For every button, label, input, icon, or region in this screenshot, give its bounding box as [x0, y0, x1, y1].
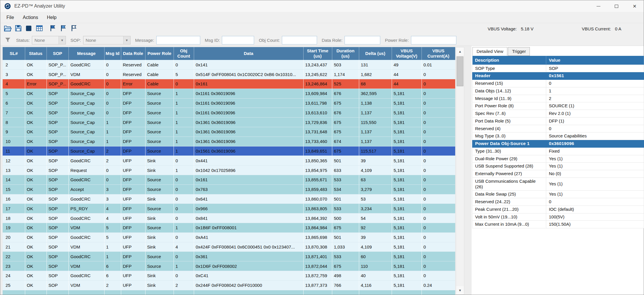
column-header[interactable]: Duration (us) [332, 47, 359, 60]
column-header[interactable]: VBUS Current(A) [422, 47, 455, 60]
packet-cell: 5,181 [392, 175, 422, 185]
column-header[interactable]: Start Time (us) [303, 47, 332, 60]
packet-cell: 22 [3, 252, 25, 261]
open-file-button[interactable] [3, 24, 13, 34]
packet-cell: 4,116 [359, 280, 392, 290]
close-button[interactable]: ✕ [626, 0, 644, 12]
packet-cell: 0 [174, 271, 194, 281]
menu-help[interactable]: Help [42, 12, 61, 23]
packet-cell: 0 [422, 146, 455, 156]
packet-row[interactable]: 15OKSOPAccept3DFPSource00x76313,859,4835… [3, 184, 455, 194]
column-header[interactable]: SOP [47, 47, 68, 60]
packet-row[interactable]: 20OKSOPGoodCRC5UFPSink00xA4113,865,69850… [3, 232, 455, 242]
flag-button-2[interactable] [58, 24, 68, 34]
packet-cell: 0x1361 0x36019096 [194, 118, 303, 127]
obj-count-filter-input[interactable] [282, 36, 317, 44]
minimize-button[interactable] [589, 0, 607, 12]
data-role-filter-input[interactable] [345, 36, 380, 44]
menu-actions[interactable]: Actions [18, 12, 42, 23]
column-header[interactable]: Msg Id [104, 47, 121, 60]
packet-row[interactable]: 7OKSOPSource_Cap0DFPSource10x1161 0x3601… [3, 108, 455, 118]
open-folder-icon [4, 24, 12, 34]
packet-cell: Source [145, 184, 174, 194]
tab-trigger[interactable]: Trigger [508, 47, 530, 56]
export-grid-button[interactable] [34, 24, 44, 34]
packet-cell: SOP [47, 98, 68, 108]
packet-row[interactable]: 24OKSOPGoodCRC6UFPSink00xC4113,872,75949… [3, 271, 455, 281]
column-header[interactable]: Obj Count [174, 47, 194, 60]
msg-id-filter-input[interactable] [222, 36, 254, 44]
sop-filter-dropdown[interactable]: None ▾ [83, 36, 131, 44]
flag-button-1[interactable] [48, 24, 58, 34]
packet-cell: 5,181 [392, 261, 422, 271]
packet-row[interactable]: 8OKSOPSource_Cap1DFPSource10x1361 0x3601… [3, 118, 455, 127]
packet-row[interactable]: 19OKSOPVDM5DFPSource10x1B6F 0xFF00800113… [3, 223, 455, 233]
packet-cell: 16 [3, 194, 25, 204]
column-header[interactable]: Status [25, 47, 47, 60]
packet-cell: SOP_P... [47, 70, 68, 79]
packet-row[interactable]: 5OKSOPSource_Cap0DFPSource10x1161 0x3601… [3, 89, 455, 98]
app-window: EZ-PD™ Analyzer Utility ✕ File Actions H… [0, 0, 644, 295]
column-header[interactable]: VBUS Voltage(V) [392, 47, 422, 60]
packet-row[interactable] [3, 290, 455, 295]
status-filter-dropdown[interactable]: None ▾ [32, 36, 66, 44]
scroll-up-button[interactable]: ▲ [456, 47, 464, 56]
packet-row[interactable]: 13OKSOPRequest0UFPSink10x1042 0x17025896… [3, 165, 455, 175]
packet-cell: GoodCRC [68, 271, 104, 281]
scroll-down-button[interactable]: ▼ [456, 286, 464, 294]
maximize-button[interactable] [607, 0, 626, 12]
column-header[interactable]: Delta (us) [359, 47, 392, 60]
packet-row[interactable]: 4ErrorSOP_P...GoodCRC0ErrorCable00x16113… [3, 79, 455, 89]
packet-row[interactable]: 3OKSOP_P...VDM0ReservedCable50x514F 0xFF… [3, 70, 455, 79]
column-header[interactable]: Data [194, 47, 303, 60]
sop-filter-label: SOP: [71, 38, 81, 43]
packet-row[interactable]: 22OKSOPGoodCRC1DFPSource00x36113,871,401… [3, 252, 455, 261]
save-button[interactable] [13, 24, 23, 34]
column-header[interactable]: Message [68, 47, 104, 60]
packet-cell: SOP [47, 156, 68, 165]
packet-row[interactable]: 23OKSOPVDM6DFPSource10x1D6F 0xFF00800213… [3, 261, 455, 271]
detail-description: Reserved (24..22) [472, 198, 546, 206]
packet-row[interactable]: 18OKSOPGoodCRC4UFPSink00x84113,864,39250… [3, 213, 455, 223]
packet-row[interactable]: 6OKSOPSource_Cap0DFPSource10x1161 0x3601… [3, 98, 455, 108]
packet-cell: Sink [145, 271, 174, 281]
flag-button-3[interactable] [69, 24, 79, 34]
packet-cell: 13,870,308 [303, 242, 332, 252]
column-header[interactable]: SL# [3, 47, 25, 60]
packet-cell: 13,871,401 [303, 252, 332, 261]
packet-cell: OK [25, 60, 47, 70]
packet-row[interactable]: 14OKSOPGoodCRC0DFPSource00x16113,855,671… [3, 175, 455, 185]
packet-cell: Sink [145, 232, 174, 242]
packet-row[interactable]: 21OKSOPVDM1UFPSink40x424F 0xFF008041 0x6… [3, 242, 455, 252]
packet-cell: OK [25, 175, 47, 185]
column-header[interactable]: Power Role [145, 47, 174, 60]
scrollbar-thumb[interactable] [457, 56, 463, 86]
packet-row[interactable]: 12OKSOPGoodCRC2UFPSink00x44113,850,36550… [3, 156, 455, 165]
column-header[interactable]: Data Role [121, 47, 145, 60]
stop-capture-button[interactable] [24, 24, 34, 34]
packet-cell: DFP [121, 175, 145, 185]
packet-row[interactable]: 9OKSOPSource_Cap1DFPSource10x1361 0x3601… [3, 127, 455, 137]
packet-cell: UFP [121, 242, 145, 252]
packet-row[interactable]: 17OKSOPPS_RDY4DFPSource00x96613,863,8055… [3, 204, 455, 213]
packet-row[interactable]: 10OKSOPSource_Cap1DFPSource10x1361 0x360… [3, 137, 455, 146]
tab-detailed-view[interactable]: Detailed View [472, 47, 507, 56]
packet-cell: 0.24 [422, 280, 455, 290]
packet-row[interactable]: 25OKSOPVDM2UFPSink20x244F 0xFF008042 0xF… [3, 280, 455, 290]
packet-cell: 676 [332, 108, 359, 118]
packet-row[interactable]: 16OKSOPGoodCRC3UFPSink00x64113,860,07050… [3, 194, 455, 204]
packet-cell: 5 [104, 223, 121, 233]
power-role-filter-input[interactable] [411, 36, 456, 44]
detail-description: USB Suspend Supported (28) [472, 163, 546, 170]
packet-row[interactable]: 2OKSOP_P...GoodCRC0ReservedCable00x14113… [3, 60, 455, 70]
vertical-scrollbar[interactable]: ▲ ▼ [456, 47, 464, 295]
message-filter-input[interactable] [156, 36, 200, 44]
packet-cell: DFP [121, 108, 145, 118]
packet-cell: 13,246,864 [303, 79, 332, 89]
packet-table: SL#StatusSOPMessageMsg IdData RolePower … [3, 47, 455, 295]
packet-row[interactable]: 11OKSOPSource_Cap2DFPSource10x1561 0x360… [3, 146, 455, 156]
packet-cell: 115,550 [359, 118, 392, 127]
packet-cell: 13,864,984 [303, 223, 332, 233]
menu-file[interactable]: File [2, 12, 18, 23]
filter-bar: Status: None ▾ SOP: None ▾ Message: Msg … [0, 34, 644, 46]
